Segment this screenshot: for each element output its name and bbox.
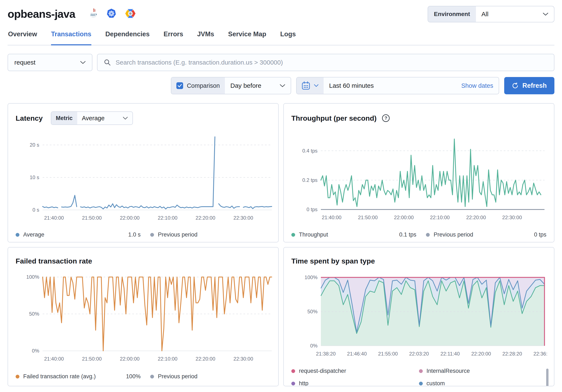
legend-item[interactable]: custom: [419, 380, 547, 386]
svg-text:22:30:00: 22:30:00: [234, 356, 253, 362]
svg-text:22:20:00: 22:20:00: [466, 214, 486, 220]
search-icon: [104, 59, 111, 66]
svg-text:0 tps: 0 tps: [306, 207, 317, 212]
svg-text:21:46:40: 21:46:40: [347, 351, 367, 356]
comparison-toggle[interactable]: Comparison: [171, 77, 225, 94]
legend-item[interactable]: Throughput: [291, 231, 328, 238]
legend-item[interactable]: Previous period: [150, 373, 198, 380]
latency-metric-select[interactable]: Metric Average: [51, 111, 133, 125]
metric-value: Average: [82, 115, 105, 122]
tab-transactions[interactable]: Transactions: [51, 30, 91, 45]
tab-dependencies[interactable]: Dependencies: [105, 30, 150, 45]
series-dot: [426, 233, 430, 237]
svg-text:22:20:00: 22:20:00: [471, 351, 491, 356]
svg-text:0.4 tps: 0.4 tps: [302, 148, 317, 154]
java-icon: [89, 8, 98, 20]
metric-label: Metric: [51, 112, 77, 124]
legend-item[interactable]: Failed transaction rate (avg.): [16, 373, 96, 380]
environment-value: All: [481, 11, 488, 18]
svg-text:50%: 50%: [307, 309, 317, 314]
page-title: opbeans-java: [8, 8, 75, 20]
gcp-icon: [125, 9, 136, 19]
svg-text:20 s: 20 s: [30, 142, 39, 148]
series-dot: [150, 233, 154, 237]
svg-text:22:10:00: 22:10:00: [158, 356, 177, 362]
chevron-down-icon: [543, 12, 549, 16]
refresh-label: Refresh: [522, 82, 547, 89]
svg-text:100%: 100%: [26, 274, 39, 280]
legend-scrollbar[interactable]: [546, 368, 549, 386]
show-dates-link[interactable]: Show dates: [461, 82, 493, 89]
svg-text:0 s: 0 s: [33, 207, 39, 213]
transaction-search[interactable]: [97, 54, 554, 71]
svg-text:0%: 0%: [32, 348, 39, 354]
tab-errors[interactable]: Errors: [164, 30, 183, 45]
comparison-select[interactable]: Day before: [225, 77, 291, 94]
refresh-button[interactable]: Refresh: [504, 77, 554, 94]
svg-text:22:00:00: 22:00:00: [120, 215, 140, 221]
transaction-type-value: request: [14, 59, 35, 66]
throughput-panel: Throughput (per second) ? 0.4 tps0.2 tps…: [283, 103, 554, 242]
date-picker-group: Last 60 minutes Show dates: [296, 77, 499, 94]
latency-title: Latency: [16, 114, 43, 122]
date-picker-quick-menu[interactable]: [297, 77, 324, 94]
time-spent-title: Time spent by span type: [291, 257, 375, 265]
svg-text:21:40:00: 21:40:00: [322, 214, 341, 220]
tab-service-map[interactable]: Service Map: [228, 30, 266, 45]
svg-text:22:00:00: 22:00:00: [120, 356, 140, 362]
series-dot: [16, 375, 19, 379]
help-icon[interactable]: ?: [382, 114, 390, 122]
series-dot: [16, 233, 19, 237]
failed-rate-chart[interactable]: 100%50%0%21:40:0021:50:0022:00:0022:10:0…: [16, 270, 275, 367]
legend-item[interactable]: Average: [16, 231, 44, 238]
search-input[interactable]: [116, 59, 548, 66]
legend-item[interactable]: request-dispatcher: [291, 368, 419, 374]
series-dot: [291, 233, 295, 237]
tech-icons: [89, 8, 136, 20]
throughput-title: Throughput (per second): [291, 114, 376, 122]
apm-service-page: opbeans-java: [0, 0, 562, 386]
tab-jvms[interactable]: JVMs: [197, 30, 214, 45]
series-dot: [419, 369, 423, 373]
environment-select[interactable]: Environment All: [428, 6, 554, 22]
chevron-down-icon: [314, 84, 318, 87]
comparison-checkbox[interactable]: [176, 82, 183, 89]
time-spent-legend: request-dispatcher InternalResource http…: [291, 368, 546, 386]
svg-text:22:03:20: 22:03:20: [409, 351, 429, 356]
svg-text:22:00:00: 22:00:00: [394, 214, 414, 220]
svg-text:21:50:00: 21:50:00: [82, 215, 102, 221]
legend-item[interactable]: InternalResource: [419, 368, 547, 374]
series-dot: [419, 382, 423, 385]
svg-text:22:30:00: 22:30:00: [502, 214, 522, 220]
legend-item[interactable]: Previous period: [150, 231, 198, 238]
transaction-type-select[interactable]: request: [8, 54, 92, 71]
chevron-down-icon: [80, 61, 86, 64]
legend-value: 0.1 tps: [399, 231, 416, 238]
svg-text:22:36:40: 22:36:40: [533, 351, 547, 356]
svg-text:22:20:00: 22:20:00: [196, 356, 215, 362]
tab-overview[interactable]: Overview: [8, 30, 37, 45]
series-dot: [291, 369, 295, 373]
time-spent-chart[interactable]: 100%50%0%21:38:2021:46:4021:55:0022:03:2…: [291, 270, 547, 363]
failed-rate-panel: Failed transaction rate 100%50%0%21:40:0…: [8, 247, 279, 386]
kubernetes-icon: [106, 8, 117, 19]
time-range-value[interactable]: Last 60 minutes: [329, 82, 374, 89]
svg-text:22:11:40: 22:11:40: [441, 351, 460, 356]
comparison-value: Day before: [230, 82, 261, 89]
time-spent-panel: Time spent by span type 100%50%0%21:38:2…: [283, 247, 554, 386]
legend-item[interactable]: Previous period: [426, 231, 473, 238]
latency-legend: Average 1.0 s Previous period: [16, 231, 271, 238]
svg-text:0%: 0%: [310, 343, 317, 348]
tab-logs[interactable]: Logs: [280, 30, 296, 45]
svg-text:22:20:00: 22:20:00: [196, 215, 215, 221]
chevron-down-icon: [123, 117, 128, 120]
series-dot: [291, 382, 295, 385]
svg-text:21:40:00: 21:40:00: [44, 215, 64, 221]
latency-chart[interactable]: 20 s10 s0 s21:40:0021:50:0022:00:0022:10…: [16, 129, 275, 226]
comparison-group: Comparison Day before: [171, 77, 291, 94]
svg-text:22:10:00: 22:10:00: [158, 215, 177, 221]
calendar-icon: [302, 81, 310, 90]
throughput-chart[interactable]: 0.4 tps0.2 tps0 tps21:40:0021:50:0022:00…: [291, 129, 547, 226]
latency-panel: Latency Metric Average 20 s10 s0 s21:40:…: [8, 103, 279, 242]
legend-item[interactable]: http: [291, 380, 419, 386]
